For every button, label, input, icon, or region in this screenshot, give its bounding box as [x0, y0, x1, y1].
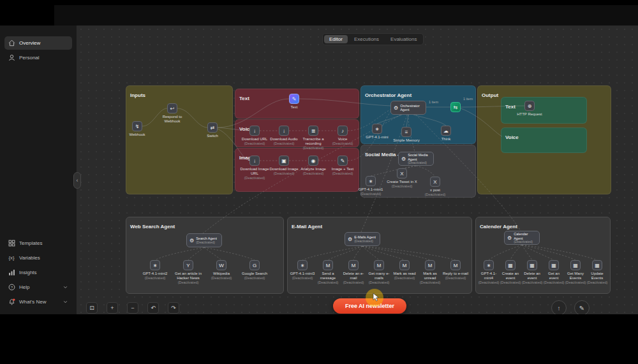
- node-create-tweet[interactable]: X Create Tweet in X (Deactivated): [387, 168, 417, 188]
- node-http-request[interactable]: ⊕ HTTP Request: [514, 101, 545, 117]
- node-icon[interactable]: ↓: [249, 126, 260, 136]
- calendar-icon[interactable]: ▦: [505, 260, 516, 270]
- node-icon[interactable]: ≣: [308, 126, 318, 136]
- group-output-voice[interactable]: Voice: [501, 127, 587, 153]
- node[interactable]: M Send a message (Deactivated): [315, 260, 341, 284]
- node-icon[interactable]: ▣: [279, 156, 289, 166]
- tab-evaluations[interactable]: Evaluations: [385, 35, 422, 43]
- think-icon[interactable]: ☁: [441, 126, 451, 136]
- tab-executions[interactable]: Executions: [349, 35, 384, 43]
- calendar-icon[interactable]: ▦: [570, 260, 581, 270]
- canvas-tool-button[interactable]: ↶: [147, 302, 159, 314]
- sidebar-collapse-handle[interactable]: ‹: [73, 172, 81, 189]
- node-simple-memory[interactable]: ≡ Simple Memory: [391, 127, 422, 143]
- node[interactable]: ↓ Download Image URL (Deactivated): [240, 156, 269, 180]
- gmail-icon[interactable]: M: [323, 260, 333, 270]
- sidebar-item-templates[interactable]: Templates: [4, 237, 72, 250]
- svg-text:?: ?: [11, 286, 13, 289]
- tab-editor[interactable]: Editor: [324, 35, 348, 43]
- calendar-icon[interactable]: ∗: [484, 260, 494, 270]
- node-text[interactable]: ✎ Text: [279, 94, 309, 110]
- x-icon[interactable]: X: [430, 177, 440, 187]
- mouse-cursor-icon: [373, 293, 380, 302]
- switch-icon[interactable]: ⇄: [207, 122, 218, 133]
- node-search-agent[interactable]: ⚙ Search Agent(Deactivated): [186, 233, 222, 247]
- node[interactable]: ∗ GPT-4.1-mini4 (Deactivated): [478, 260, 500, 284]
- node[interactable]: Y Get an article in Hacker News (Deactiv…: [172, 260, 205, 284]
- tool-icon[interactable]: Y: [183, 260, 193, 270]
- node[interactable]: M Delete an e-mail (Deactivated): [341, 260, 366, 284]
- node[interactable]: ▦ Update Events (Deactivated): [586, 260, 608, 284]
- canvas-tool-button[interactable]: ↷: [168, 302, 179, 314]
- node[interactable]: ▦ Get an event (Deactivated): [543, 260, 565, 284]
- openai-icon[interactable]: ∗: [372, 124, 382, 134]
- node[interactable]: ✎ Image + Text (Deactivated): [328, 156, 357, 180]
- gmail-icon[interactable]: ∗: [297, 260, 308, 270]
- node-respond-to-webhook[interactable]: ↩ Respond to Webhook: [157, 103, 188, 124]
- pencil-icon[interactable]: ✎: [289, 94, 299, 104]
- group-inputs[interactable]: Inputs: [126, 85, 233, 194]
- node[interactable]: ↓ Download URL (Deactivated): [240, 126, 269, 150]
- node[interactable]: ◉ Analyze Image (Deactivated): [299, 156, 328, 180]
- node[interactable]: ≣ Transcribe a recording (Deactivated): [299, 126, 328, 150]
- sidebar-item-insights[interactable]: Insights: [4, 266, 72, 279]
- gmail-icon[interactable]: M: [425, 260, 435, 270]
- x-icon[interactable]: X: [397, 168, 407, 178]
- tool-icon[interactable]: G: [249, 260, 260, 270]
- node-filter[interactable]: ⇆: [450, 102, 461, 112]
- gmail-icon[interactable]: M: [399, 260, 410, 270]
- calendar-icon[interactable]: ▦: [527, 260, 537, 270]
- tool-icon[interactable]: ∗: [150, 260, 160, 270]
- node[interactable]: M Get many e-mails (Deactivated): [366, 260, 392, 284]
- calendar-icon[interactable]: ▦: [549, 260, 559, 270]
- node-icon[interactable]: ↓: [279, 126, 289, 136]
- node[interactable]: ▦ Get Many Events (Deactivated): [565, 260, 586, 284]
- scroll-up-button[interactable]: ↑: [551, 300, 567, 316]
- canvas-tool-button[interactable]: +: [107, 302, 118, 314]
- node-icon[interactable]: ♪: [338, 126, 348, 136]
- node[interactable]: M Mark as unread (Deactivated): [417, 260, 443, 284]
- globe-icon[interactable]: ⊕: [524, 101, 535, 111]
- node[interactable]: W Wikipedia (Deactivated): [205, 260, 238, 284]
- node-calendar-agent[interactable]: ⚙ Calendar Agent(Deactivated): [504, 231, 540, 245]
- gmail-icon[interactable]: M: [450, 260, 461, 270]
- node-emails-agent[interactable]: ⚙ E-Mails Agent(Deactivated): [345, 232, 380, 246]
- webhook-icon[interactable]: ↯: [132, 121, 142, 131]
- tool-icon[interactable]: W: [216, 260, 226, 270]
- reply-icon[interactable]: ↩: [167, 103, 177, 113]
- calendar-icon[interactable]: ▦: [592, 260, 602, 270]
- sidebar-item-variables[interactable]: {x} Variables: [4, 251, 72, 265]
- node[interactable]: ∗ GPT-4.1-mini3 (Deactivated): [290, 260, 315, 284]
- node[interactable]: ▦ Delete an event (Deactivated): [521, 260, 543, 284]
- openai-icon[interactable]: ∗: [366, 176, 376, 186]
- canvas-tool-button[interactable]: ⊡: [86, 302, 98, 314]
- node-gpt-model[interactable]: ∗ GPT-4.1-mini: [362, 124, 392, 140]
- gmail-icon[interactable]: M: [348, 260, 359, 270]
- node-switch[interactable]: ⇄ Switch: [197, 122, 228, 138]
- memory-icon[interactable]: ≡: [401, 127, 412, 137]
- node-webhook[interactable]: ↯ Webhook: [122, 121, 152, 137]
- node-think[interactable]: ☁ Think: [431, 126, 461, 142]
- sidebar-item-overview[interactable]: Overview: [4, 36, 72, 50]
- node-social-media-agent[interactable]: ⚙ Social Media Agent(Deactivated): [398, 152, 434, 166]
- node-icon[interactable]: ↓: [249, 156, 260, 166]
- gmail-icon[interactable]: M: [374, 260, 384, 270]
- sidebar-item-personal[interactable]: Personal: [4, 51, 72, 64]
- node[interactable]: M Reply to e-mail (Deactivated): [443, 260, 468, 284]
- canvas-tool-button[interactable]: −: [127, 302, 138, 314]
- node[interactable]: ▣ Download Image (Deactivated): [269, 156, 299, 180]
- node[interactable]: G Google Search (Deactivated): [238, 260, 271, 284]
- sidebar-item-help[interactable]: ? Help: [4, 280, 72, 294]
- sidebar-item-whats-new[interactable]: What's New: [4, 295, 72, 309]
- node[interactable]: ↓ Download Audio (Deactivated): [269, 126, 299, 150]
- compose-button[interactable]: ✎: [574, 300, 590, 316]
- node[interactable]: ▦ Create an event (Deactivated): [500, 260, 521, 284]
- node[interactable]: M Mark as read (Deactivated): [392, 260, 417, 284]
- node-x-post[interactable]: X x post (Deactivated): [420, 177, 450, 196]
- node[interactable]: ∗ GPT-4.1-mini2 (Deactivated): [138, 260, 172, 284]
- node-icon[interactable]: ◉: [308, 156, 318, 166]
- node-orchestrator-agent[interactable]: ⚙ Orchestrator Agent: [390, 101, 426, 115]
- node-social-gpt[interactable]: ∗ GPT-4.1-mini1 (Deactivated): [355, 176, 386, 196]
- node[interactable]: ♪ Voice (Deactivated): [328, 126, 357, 150]
- node-icon[interactable]: ✎: [338, 156, 348, 166]
